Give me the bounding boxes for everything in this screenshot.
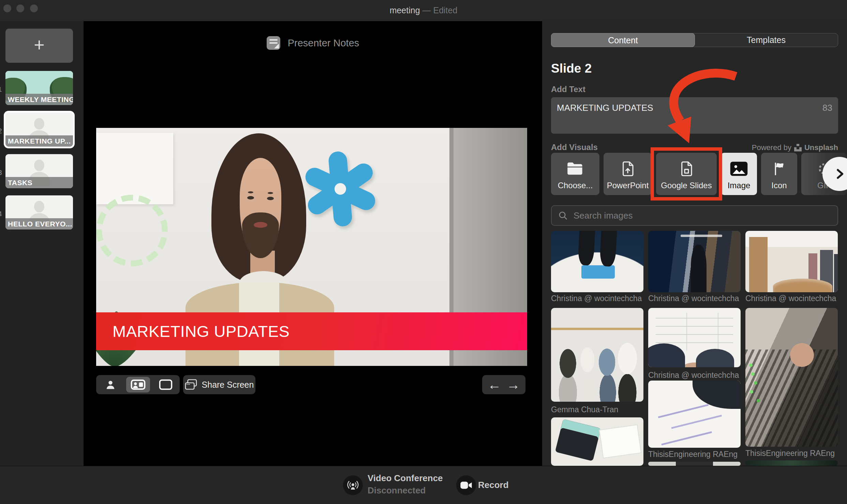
next-slide-button[interactable]: →: [506, 377, 520, 392]
video-conference-button[interactable]: [343, 475, 363, 495]
photo-credit[interactable]: Gemma Chua-Tran: [551, 405, 643, 414]
tab-content[interactable]: Content: [551, 33, 695, 47]
video-conference-status: Disconnected: [368, 485, 443, 496]
slide-thumbnail-hello-everyone[interactable]: HELLO EVERYO...: [5, 195, 73, 229]
bottom-toolbar: Video Conference Disconnected Record: [0, 466, 847, 504]
photo-thumbnail[interactable]: [648, 462, 741, 466]
photo-thumbnail[interactable]: [745, 460, 838, 466]
photo-thumbnail[interactable]: [648, 231, 741, 292]
broadcast-icon: [346, 479, 360, 491]
image-button[interactable]: Image: [721, 153, 757, 195]
share-screen-button[interactable]: Share Screen: [183, 375, 255, 394]
content-panel: Content Templates Slide 2 Add Text MARKE…: [542, 21, 847, 466]
slide-number: 3: [0, 168, 5, 177]
presentation-stage: Presenter Notes: [84, 21, 542, 466]
photo-thumbnail[interactable]: [745, 231, 838, 292]
blue-asterisk-decor: [301, 150, 380, 228]
edited-badge: — Edited: [422, 5, 458, 15]
video-camera-icon: [460, 481, 472, 490]
document-name: meeting: [390, 5, 420, 15]
presenter-notes-label: Presenter Notes: [288, 38, 359, 49]
window-title: meeting — Edited: [0, 5, 847, 15]
video-conference-status-block[interactable]: Video Conference Disconnected: [368, 473, 443, 496]
record-button[interactable]: [456, 475, 476, 495]
add-slide-button[interactable]: +: [5, 29, 73, 63]
photo-thumbnail[interactable]: [551, 231, 643, 292]
frame-icon: [159, 379, 173, 390]
photo-thumbnail[interactable]: [551, 417, 643, 466]
presenter-notes-toggle[interactable]: Presenter Notes: [84, 35, 542, 51]
image-icon: [721, 160, 757, 177]
lower-third-banner: MARKETING UPDATES: [96, 312, 527, 350]
app-window: meeting — Edited + 1 WEEKLY MEETING 2 MA…: [0, 0, 847, 504]
slide-heading: Slide 2: [551, 61, 592, 76]
slide-thumbnail-tasks[interactable]: TASKS: [5, 154, 73, 188]
file-upload-icon: [604, 160, 652, 177]
unsplash-logo-icon: [794, 144, 802, 151]
slide-thumbnail-label: WEEKLY MEETING: [5, 94, 73, 105]
person-icon: [105, 379, 116, 390]
powered-by-text: Powered by: [752, 143, 791, 152]
slide-number: 2: [0, 127, 5, 135]
tab-templates[interactable]: Templates: [695, 33, 838, 47]
folder-icon: [551, 160, 599, 177]
layout-person-and-slide-button[interactable]: [126, 377, 150, 392]
presenter-video: MARKETING UPDATES: [96, 128, 527, 366]
slide-thumbnail-weekly-meeting[interactable]: WEEKLY MEETING: [5, 71, 73, 105]
layout-person-only-button[interactable]: [98, 375, 123, 394]
whiteboard-decor: [96, 133, 173, 204]
slide-number: 1: [0, 85, 5, 93]
person-and-slide-icon: [131, 379, 146, 390]
slide-sidebar: + 1 WEEKLY MEETING 2 MARKETING UP... 3 T…: [0, 21, 84, 466]
powerpoint-button[interactable]: PowerPoint: [604, 153, 652, 195]
plus-icon: +: [34, 34, 45, 55]
photo-thumbnail[interactable]: [551, 308, 643, 402]
search-images-input[interactable]: [573, 210, 831, 221]
photo-credit[interactable]: Christina @ wocintechcha: [551, 294, 643, 303]
share-screen-icon: [185, 379, 197, 390]
slide-thumbnail-label: HELLO EVERYO...: [5, 218, 73, 229]
photo-credit[interactable]: ThisisEngineering RAEng: [745, 449, 838, 458]
add-visuals-label: Add Visuals: [551, 143, 598, 152]
icon-button[interactable]: Icon: [761, 153, 797, 195]
layout-toggle-group: [96, 375, 180, 394]
record-label: Record: [478, 480, 509, 490]
slide-nav-group: ← →: [482, 375, 525, 394]
search-icon: [558, 210, 568, 221]
photo-credit[interactable]: Christina @ wocintechcha: [648, 294, 741, 303]
flag-icon: [761, 160, 797, 177]
panel-tab-bar: Content Templates: [551, 33, 838, 47]
unsplash-label: Unsplash: [804, 143, 838, 152]
image-search-bar: [551, 205, 838, 226]
banner-title: MARKETING UPDATES: [113, 312, 289, 350]
slide-thumbnail-label: MARKETING UP...: [5, 135, 73, 147]
layout-slide-only-button[interactable]: [153, 375, 178, 394]
share-screen-label: Share Screen: [202, 380, 254, 390]
photo-thumbnail[interactable]: [648, 308, 741, 367]
slide-thumbnail-label: TASKS: [5, 177, 73, 188]
photo-credit[interactable]: Christina @ wocintechcha: [745, 294, 838, 303]
annotation-highlight-box: [651, 147, 722, 201]
title-bar: meeting — Edited: [0, 0, 847, 21]
slide-thumbnail-marketing-updates[interactable]: MARKETING UP...: [5, 113, 73, 147]
photo-credit[interactable]: Christina @ wocintechcha: [648, 371, 741, 380]
slide-text-field[interactable]: MARKETING UPDATES 83: [551, 97, 838, 134]
slide-text-value: MARKETING UPDATES: [557, 103, 653, 113]
chevron-right-icon: [833, 167, 846, 181]
previous-slide-button[interactable]: ←: [488, 377, 501, 392]
choose-file-button[interactable]: Choose...: [551, 153, 599, 195]
video-conference-label: Video Conference: [368, 473, 443, 484]
character-count: 83: [822, 103, 832, 113]
photo-credit[interactable]: ThisisEngineering RAEng: [648, 450, 741, 459]
slide-number: 4: [0, 210, 5, 218]
photo-thumbnail[interactable]: [745, 308, 838, 447]
photo-thumbnail[interactable]: [648, 381, 741, 448]
notes-icon: [267, 36, 280, 50]
asterisk-center-dot: [335, 183, 346, 195]
add-text-label: Add Text: [551, 85, 585, 94]
